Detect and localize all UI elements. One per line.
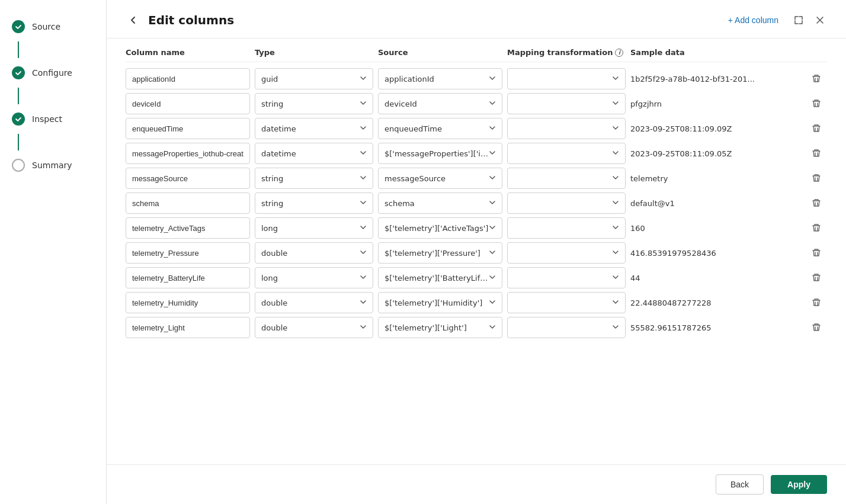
delete-row-button[interactable] bbox=[806, 121, 827, 136]
source-select[interactable]: enqueuedTime bbox=[378, 118, 502, 139]
type-select[interactable]: string bbox=[255, 168, 373, 189]
column-name-input[interactable] bbox=[126, 292, 250, 313]
close-button[interactable] bbox=[813, 13, 827, 27]
footer-back-button[interactable]: Back bbox=[716, 474, 764, 495]
delete-row-button[interactable] bbox=[806, 296, 827, 310]
mapping-select[interactable] bbox=[507, 292, 626, 313]
source-select[interactable]: schema bbox=[378, 192, 502, 214]
mapping-select[interactable] bbox=[507, 267, 626, 288]
step-circle-summary bbox=[12, 159, 25, 172]
chevron-down-icon bbox=[360, 124, 367, 133]
column-name-input[interactable] bbox=[126, 118, 250, 139]
chevron-down-icon bbox=[612, 274, 619, 283]
column-name-input[interactable] bbox=[126, 217, 250, 239]
sample-data-cell: 22.44880487277228 bbox=[630, 298, 801, 307]
mapping-select[interactable] bbox=[507, 118, 626, 139]
delete-row-button[interactable] bbox=[806, 72, 827, 86]
delete-row-button[interactable] bbox=[806, 271, 827, 285]
column-name-input[interactable] bbox=[126, 168, 250, 189]
source-select[interactable]: $['messageProperties']['iothu bbox=[378, 143, 502, 164]
sidebar-item-configure[interactable]: Configure bbox=[0, 58, 106, 88]
source-select[interactable]: $['telemetry']['BatteryLife'] bbox=[378, 267, 502, 288]
delete-row-button[interactable] bbox=[806, 196, 827, 210]
column-name-input[interactable] bbox=[126, 93, 250, 114]
chevron-down-icon bbox=[360, 323, 367, 332]
sidebar-item-inspect[interactable]: Inspect bbox=[0, 104, 106, 134]
back-button[interactable] bbox=[126, 12, 141, 28]
table-rows: guidapplicationId1b2f5f29-a78b-4012-bf31… bbox=[126, 62, 827, 344]
column-name-input[interactable] bbox=[126, 317, 250, 338]
main-panel: Edit columns + Add column Column name Ty… bbox=[107, 0, 846, 504]
table-row: double$['telemetry']['Light']55582.96151… bbox=[126, 316, 827, 339]
sample-data-cell: 160 bbox=[630, 224, 801, 233]
chevron-down-icon bbox=[360, 224, 367, 233]
delete-row-button[interactable] bbox=[806, 97, 827, 111]
page-title: Edit columns bbox=[148, 13, 715, 27]
sidebar-item-summary[interactable]: Summary bbox=[0, 150, 106, 180]
source-select[interactable]: $['telemetry']['Humidity'] bbox=[378, 292, 502, 313]
table-row: stringdeviceIdpfgzjhrn bbox=[126, 92, 827, 115]
mapping-select[interactable] bbox=[507, 93, 626, 114]
sidebar-label-summary: Summary bbox=[32, 160, 72, 170]
type-select[interactable]: double bbox=[255, 317, 373, 338]
sample-data-cell: 44 bbox=[630, 274, 801, 283]
chevron-down-icon bbox=[612, 298, 619, 307]
type-select[interactable]: string bbox=[255, 93, 373, 114]
chevron-down-icon bbox=[612, 174, 619, 183]
mapping-select[interactable] bbox=[507, 68, 626, 89]
type-select[interactable]: long bbox=[255, 267, 373, 288]
source-select[interactable]: $['telemetry']['Pressure'] bbox=[378, 242, 502, 264]
mapping-select[interactable] bbox=[507, 242, 626, 264]
sidebar-item-source[interactable]: Source bbox=[0, 12, 106, 41]
type-select[interactable]: datetime bbox=[255, 143, 373, 164]
add-column-button[interactable]: + Add column bbox=[722, 12, 784, 28]
mapping-info-icon[interactable]: i bbox=[615, 49, 623, 57]
mapping-select[interactable] bbox=[507, 317, 626, 338]
column-name-input[interactable] bbox=[126, 68, 250, 89]
col-header-sample-data: Sample data bbox=[630, 48, 801, 57]
mapping-select[interactable] bbox=[507, 168, 626, 189]
sample-data-cell: 416.85391979528436 bbox=[630, 249, 801, 258]
source-select[interactable]: $['telemetry']['ActiveTags'] bbox=[378, 217, 502, 239]
chevron-down-icon bbox=[612, 124, 619, 133]
delete-row-button[interactable] bbox=[806, 221, 827, 235]
sample-data-cell: default@v1 bbox=[630, 199, 801, 208]
source-select[interactable]: messageSource bbox=[378, 168, 502, 189]
sidebar-label-inspect: Inspect bbox=[32, 114, 62, 124]
table-row: datetime$['messageProperties']['iothu202… bbox=[126, 142, 827, 165]
apply-button[interactable]: Apply bbox=[771, 475, 827, 494]
source-select[interactable]: applicationId bbox=[378, 68, 502, 89]
column-name-input[interactable] bbox=[126, 267, 250, 288]
col-header-column-name: Column name bbox=[126, 48, 250, 57]
chevron-down-icon bbox=[489, 124, 496, 133]
chevron-down-icon bbox=[489, 249, 496, 258]
delete-row-button[interactable] bbox=[806, 146, 827, 160]
table-row: double$['telemetry']['Humidity']22.44880… bbox=[126, 291, 827, 314]
table-row: datetimeenqueuedTime2023-09-25T08:11:09.… bbox=[126, 117, 827, 140]
source-select[interactable]: $['telemetry']['Light'] bbox=[378, 317, 502, 338]
delete-row-button[interactable] bbox=[806, 246, 827, 260]
delete-row-button[interactable] bbox=[806, 320, 827, 335]
chevron-down-icon bbox=[360, 99, 367, 108]
delete-row-button[interactable] bbox=[806, 171, 827, 185]
mapping-select[interactable] bbox=[507, 217, 626, 239]
mapping-select[interactable] bbox=[507, 143, 626, 164]
type-select[interactable]: datetime bbox=[255, 118, 373, 139]
column-name-input[interactable] bbox=[126, 242, 250, 264]
mapping-select[interactable] bbox=[507, 192, 626, 214]
type-select[interactable]: long bbox=[255, 217, 373, 239]
type-select[interactable]: guid bbox=[255, 68, 373, 89]
sample-data-cell: 2023-09-25T08:11:09.05Z bbox=[630, 149, 801, 158]
table-row: stringmessageSourcetelemetry bbox=[126, 166, 827, 190]
expand-button[interactable] bbox=[791, 13, 806, 27]
header-actions: + Add column bbox=[722, 12, 827, 28]
source-select[interactable]: deviceId bbox=[378, 93, 502, 114]
type-select[interactable]: double bbox=[255, 292, 373, 313]
column-name-input[interactable] bbox=[126, 192, 250, 214]
type-select[interactable]: double bbox=[255, 242, 373, 264]
col-header-source: Source bbox=[378, 48, 502, 57]
table-row: stringschemadefault@v1 bbox=[126, 191, 827, 215]
sample-data-cell: 1b2f5f29-a78b-4012-bf31-201... bbox=[630, 75, 801, 84]
column-name-input[interactable] bbox=[126, 143, 250, 164]
type-select[interactable]: string bbox=[255, 192, 373, 214]
